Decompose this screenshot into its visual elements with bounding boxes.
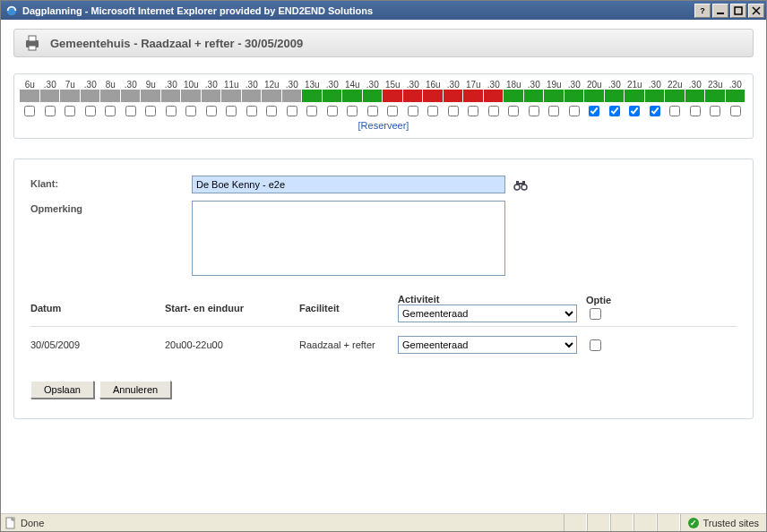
- time-slot[interactable]: [625, 90, 645, 102]
- time-checkbox[interactable]: [387, 106, 398, 116]
- time-slot[interactable]: [665, 90, 685, 102]
- time-checkbox-wrap: [161, 104, 182, 118]
- time-slot[interactable]: [605, 90, 625, 102]
- time-checkbox[interactable]: [569, 106, 580, 116]
- reserve-link[interactable]: [Reserveer]: [358, 120, 409, 131]
- time-checkbox[interactable]: [24, 106, 35, 116]
- time-checkbox[interactable]: [548, 106, 559, 116]
- opmerking-input[interactable]: [192, 201, 505, 276]
- time-checkbox[interactable]: [669, 106, 680, 116]
- time-slot[interactable]: [40, 90, 61, 102]
- time-checkbox[interactable]: [367, 106, 378, 116]
- maximize-button[interactable]: [730, 4, 746, 18]
- time-checkbox[interactable]: [730, 106, 741, 116]
- time-checkbox[interactable]: [206, 106, 217, 116]
- time-checkbox-wrap: [665, 104, 685, 118]
- time-checkbox[interactable]: [609, 106, 620, 116]
- time-checkbox[interactable]: [246, 106, 257, 116]
- time-label: 7u: [60, 80, 81, 90]
- time-checkbox[interactable]: [488, 106, 499, 116]
- time-checkbox[interactable]: [427, 106, 438, 116]
- time-checkbox-wrap: [282, 104, 303, 118]
- time-slot[interactable]: [282, 90, 303, 102]
- minimize-button[interactable]: [712, 4, 728, 18]
- help-button[interactable]: ?: [694, 4, 711, 18]
- time-slot[interactable]: [564, 90, 585, 102]
- time-slot[interactable]: [202, 90, 222, 102]
- time-checkbox[interactable]: [226, 106, 237, 116]
- klant-input[interactable]: [192, 176, 505, 193]
- time-checkbox[interactable]: [166, 106, 177, 116]
- time-slot[interactable]: [323, 90, 343, 102]
- time-slot[interactable]: [20, 90, 40, 102]
- time-checkbox[interactable]: [266, 106, 277, 116]
- time-slot[interactable]: [262, 90, 282, 102]
- time-checkbox[interactable]: [85, 106, 96, 116]
- time-slot[interactable]: [463, 90, 484, 102]
- status-divider: [657, 514, 680, 531]
- time-slot[interactable]: [726, 90, 746, 102]
- time-checkbox-wrap: [625, 104, 645, 118]
- time-checkbox[interactable]: [508, 106, 519, 116]
- time-checkbox[interactable]: [125, 106, 136, 116]
- time-checkbox[interactable]: [408, 106, 418, 116]
- time-slot[interactable]: [121, 90, 142, 102]
- activity-header-select[interactable]: Gemeenteraad: [398, 305, 577, 322]
- time-checkbox[interactable]: [710, 106, 720, 116]
- time-slot[interactable]: [584, 90, 605, 102]
- time-slot[interactable]: [141, 90, 161, 102]
- time-checkbox[interactable]: [589, 106, 599, 116]
- print-icon[interactable]: [23, 35, 41, 51]
- time-checkbox[interactable]: [529, 106, 539, 116]
- time-slot[interactable]: [242, 90, 263, 102]
- time-slot[interactable]: [383, 90, 403, 102]
- time-slot[interactable]: [60, 90, 81, 102]
- time-slot[interactable]: [484, 90, 504, 102]
- activity-row-select[interactable]: Gemeenteraad: [398, 336, 577, 354]
- time-checkbox[interactable]: [105, 106, 116, 116]
- time-checkbox[interactable]: [690, 106, 701, 116]
- time-slot[interactable]: [645, 90, 666, 102]
- time-checkbox[interactable]: [185, 106, 196, 116]
- optie-header-checkbox[interactable]: [590, 308, 601, 320]
- time-checkbox[interactable]: [468, 106, 478, 116]
- time-slot[interactable]: [444, 90, 464, 102]
- time-checkbox[interactable]: [347, 106, 358, 116]
- time-checkbox[interactable]: [145, 106, 156, 116]
- time-slot[interactable]: [81, 90, 101, 102]
- th-datum: Datum: [30, 303, 165, 313]
- close-button[interactable]: [748, 4, 764, 18]
- status-left: Done: [1, 517, 564, 529]
- time-checkbox[interactable]: [306, 106, 317, 116]
- th-faciliteit: Faciliteit: [299, 303, 398, 313]
- time-slot[interactable]: [403, 90, 424, 102]
- time-checkbox[interactable]: [287, 106, 297, 116]
- time-checkbox[interactable]: [327, 106, 338, 116]
- time-checkbox[interactable]: [629, 106, 640, 116]
- time-label: .30: [444, 80, 464, 90]
- time-slot[interactable]: [181, 90, 202, 102]
- time-slot[interactable]: [423, 90, 444, 102]
- cell-activiteit: Gemeenteraad: [398, 336, 586, 354]
- save-button[interactable]: Opslaan: [30, 381, 94, 399]
- time-slot[interactable]: [363, 90, 384, 102]
- time-slot[interactable]: [685, 90, 706, 102]
- time-slot[interactable]: [342, 90, 363, 102]
- time-checkbox[interactable]: [65, 106, 75, 116]
- time-checkbox[interactable]: [45, 106, 56, 116]
- time-slot[interactable]: [544, 90, 564, 102]
- time-slot[interactable]: [302, 90, 323, 102]
- optie-row-checkbox[interactable]: [590, 339, 601, 351]
- time-checkbox-wrap: [423, 104, 444, 118]
- time-slot[interactable]: [504, 90, 524, 102]
- time-checkbox[interactable]: [650, 106, 660, 116]
- time-checkbox[interactable]: [448, 106, 459, 116]
- time-slot[interactable]: [705, 90, 726, 102]
- binoculars-icon[interactable]: [513, 179, 528, 192]
- time-slot[interactable]: [221, 90, 242, 102]
- cancel-button[interactable]: Annuleren: [99, 381, 171, 399]
- time-slot[interactable]: [524, 90, 545, 102]
- time-slot[interactable]: [100, 90, 121, 102]
- time-checkbox-wrap: [323, 104, 343, 118]
- time-slot[interactable]: [161, 90, 182, 102]
